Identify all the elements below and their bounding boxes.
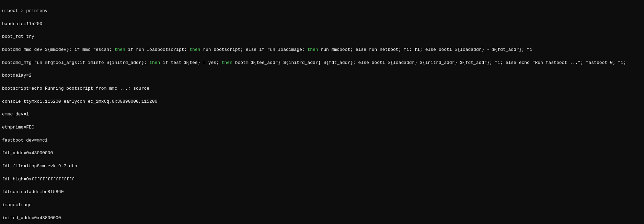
terminal: u-boot=> printenv baudrate=115200 boot_f… [0,0,644,224]
terminal-line: fdt_addr=0x43000000 [2,150,642,157]
terminal-line: fdtcontroladdr=be8f5860 [2,189,642,195]
terminal-line: u-boot=> printenv [2,8,642,14]
terminal-line: ethprime=FEC [2,124,642,131]
terminal-line: bootdelay=2 [2,72,642,79]
terminal-line: image=Image [2,202,642,209]
terminal-line: bootscript=echo Running bootscript from … [2,86,642,92]
terminal-line: boot_fdt=try [2,34,642,40]
terminal-line: bootcmd_mfg=run mfgtool_args;if iminfo $… [2,60,642,66]
terminal-line: initrd_addr=0x43800000 [2,215,642,222]
terminal-line: baudrate=115200 [2,21,642,27]
terminal-line: bootcmd=mmc dev ${mmcdev}; if mmc rescan… [2,47,642,53]
terminal-line: emmc_dev=1 [2,111,642,118]
terminal-line: console=ttymxc1,115200 earlycon=ec_imx6q… [2,99,642,105]
terminal-line: fdt_high=0xffffffffffffffff [2,176,642,183]
terminal-line: fastboot_dev=mmc1 [2,137,642,144]
terminal-line: fdt_file=itop8mm-evk-9.7.dtb [2,163,642,170]
